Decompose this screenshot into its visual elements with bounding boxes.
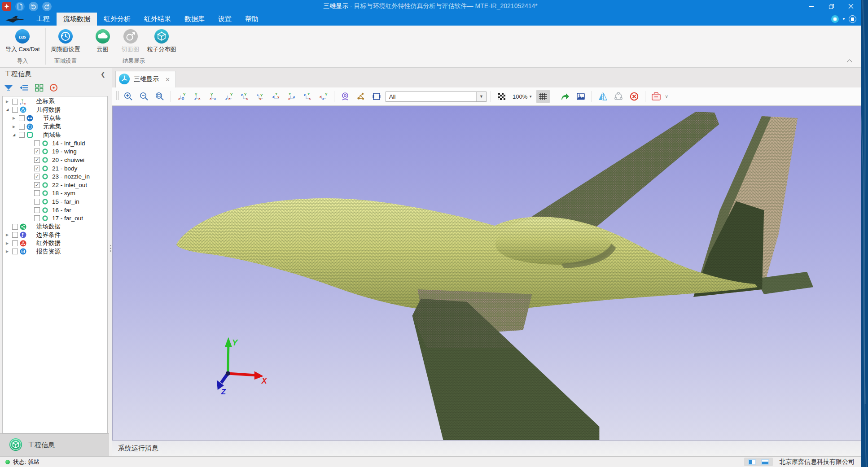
tree-item[interactable]: ▶边界条件 — [3, 231, 107, 240]
view-right-icon[interactable]: zxY — [222, 90, 236, 103]
slice-plot-button[interactable]: 切面图 — [117, 27, 145, 56]
tree-checkbox[interactable] — [12, 249, 18, 254]
collapse-all-icon[interactable] — [19, 84, 29, 93]
tree-checkbox[interactable] — [34, 215, 40, 221]
tree-item[interactable]: ▶Yzx坐标系 — [3, 97, 107, 106]
transparency-icon[interactable] — [495, 90, 509, 103]
expander-collapsed-icon[interactable]: ▶ — [6, 100, 12, 104]
save-dropdown-icon[interactable]: ˅ — [665, 94, 668, 99]
tree-item[interactable]: 16 - far — [3, 206, 107, 214]
filter-icon[interactable] — [4, 84, 13, 93]
viewport-3d[interactable]: Y X Z — [112, 106, 861, 441]
view-iso-1-icon[interactable]: zYx — [269, 90, 283, 103]
menu-item-engineering[interactable]: 工程 — [30, 13, 57, 26]
box-select-icon[interactable] — [370, 90, 383, 103]
tree-checkbox[interactable] — [34, 140, 40, 146]
menu-item-database[interactable]: 数据库 — [178, 13, 211, 26]
tree-item[interactable]: ▶元素集 — [3, 122, 107, 131]
period-face-button[interactable]: 周期面设置 — [48, 27, 83, 56]
tree-item[interactable]: 15 - far_in — [3, 197, 107, 206]
particle-plot-button[interactable]: 粒子分布图 — [145, 27, 179, 56]
delete-icon[interactable] — [627, 90, 641, 103]
menu-item-flowfield[interactable]: 流场数据 — [57, 13, 97, 26]
toggle-left-panel-icon[interactable] — [748, 459, 756, 465]
expander-collapsed-icon[interactable]: ▶ — [6, 241, 12, 245]
zoom-out-icon[interactable] — [137, 90, 151, 103]
ring-nodes-icon[interactable] — [612, 90, 625, 103]
menu-item-ir-results[interactable]: 红外结果 — [137, 13, 178, 26]
expander-collapsed-icon[interactable]: ▶ — [13, 116, 19, 120]
view-iso-3-icon[interactable]: zYx — [301, 90, 314, 103]
cloud-plot-button[interactable]: 云图 — [89, 27, 117, 56]
close-button[interactable] — [841, 0, 861, 13]
tree-checkbox[interactable] — [19, 124, 25, 130]
ribbon-collapse-icon[interactable] — [846, 57, 853, 65]
view-iso-4-icon[interactable]: xzY — [316, 90, 330, 103]
tab-close-icon[interactable]: ✕ — [165, 76, 170, 83]
particles-icon[interactable] — [354, 90, 368, 103]
panel-collapse-icon[interactable]: ❮ — [101, 71, 105, 78]
view-left-icon[interactable]: Yxz — [206, 90, 220, 103]
tree-item[interactable]: ▶红外数据 — [3, 239, 107, 248]
layer-combobox[interactable]: All ▼ — [386, 92, 487, 102]
tree-checkbox[interactable] — [12, 224, 18, 230]
toggle-bottom-panel-icon[interactable] — [761, 459, 769, 465]
redo-icon[interactable] — [42, 2, 52, 11]
tree-item[interactable]: ✓23 - nozzle_in — [3, 172, 107, 181]
panel-splitter[interactable] — [109, 68, 112, 456]
tree-item[interactable]: ✓22 - inlet_out — [3, 181, 107, 189]
group-view-icon[interactable] — [35, 84, 44, 93]
style-dropdown-icon[interactable]: ▼ — [842, 17, 846, 21]
menu-item-settings[interactable]: 设置 — [211, 13, 238, 26]
new-document-icon[interactable] — [15, 2, 25, 11]
toolbar-drag-handle[interactable] — [116, 90, 119, 103]
tree-item[interactable]: ✓21 - body — [3, 164, 107, 173]
tree-item[interactable]: ◢几何数据 — [3, 106, 107, 114]
import-casdat-button[interactable]: cas 导入 Cas/Dat — [3, 27, 43, 56]
view-iso-2-icon[interactable]: Yxz — [285, 90, 298, 103]
tree-checkbox[interactable] — [12, 232, 18, 238]
tree-checkbox[interactable] — [12, 240, 18, 246]
expander-collapsed-icon[interactable]: ▶ — [6, 249, 12, 253]
panel-footer[interactable]: 工程信息 — [0, 433, 109, 456]
tree-checkbox[interactable] — [12, 107, 18, 113]
expander-collapsed-icon[interactable]: ▶ — [6, 233, 12, 237]
tree-checkbox[interactable]: ✓ — [34, 148, 40, 154]
undo-icon[interactable] — [29, 2, 38, 11]
view-bottom-icon[interactable]: zYx — [254, 90, 267, 103]
snapshot-icon[interactable] — [574, 90, 587, 103]
save-box-icon[interactable] — [649, 90, 663, 103]
tree-checkbox[interactable] — [34, 190, 40, 196]
tree-item[interactable]: ▶报告资源 — [3, 248, 107, 256]
mirror-icon[interactable] — [596, 90, 609, 103]
zoom-fit-icon[interactable] — [153, 90, 167, 103]
theme-icon[interactable] — [849, 15, 856, 23]
combobox-dropdown-icon[interactable]: ▼ — [476, 92, 486, 101]
grid-toggle-icon[interactable] — [536, 90, 550, 103]
expander-collapsed-icon[interactable]: ▶ — [13, 125, 19, 129]
menu-item-help[interactable]: 帮助 — [238, 13, 265, 26]
tree-item[interactable]: 14 - int_fluid — [3, 139, 107, 148]
minimize-button[interactable] — [802, 0, 821, 13]
tree-checkbox[interactable] — [34, 199, 40, 205]
view-back-icon[interactable]: Yzx — [191, 90, 204, 103]
expander-expanded-icon[interactable]: ◢ — [6, 108, 12, 112]
tree-checkbox[interactable] — [19, 132, 25, 138]
tree-item[interactable]: 18 - sym — [3, 189, 107, 198]
tree-item[interactable]: 17 - far_out — [3, 214, 107, 223]
export-arrow-icon[interactable] — [558, 90, 572, 103]
tab-3d-display[interactable]: 三维显示 ✕ — [115, 71, 176, 87]
tree-checkbox[interactable]: ✓ — [34, 174, 40, 179]
tree-item[interactable]: 流场数据 — [3, 223, 107, 231]
camera-icon[interactable] — [338, 90, 352, 103]
app-logo-icon[interactable] — [2, 2, 11, 11]
style-switch-icon[interactable] — [831, 15, 839, 23]
tree-item[interactable]: ▶节点集 — [3, 114, 107, 122]
tree-checkbox[interactable]: ✓ — [34, 157, 40, 163]
zoom-percent[interactable]: 100%▼ — [511, 93, 534, 100]
tree-item[interactable]: ✓20 - chuiwei — [3, 156, 107, 164]
view-front-icon[interactable]: xZY — [175, 90, 189, 103]
tree-checkbox[interactable] — [19, 115, 25, 121]
menu-item-ir-analysis[interactable]: 红外分析 — [97, 13, 137, 26]
tree-checkbox[interactable] — [12, 99, 18, 105]
